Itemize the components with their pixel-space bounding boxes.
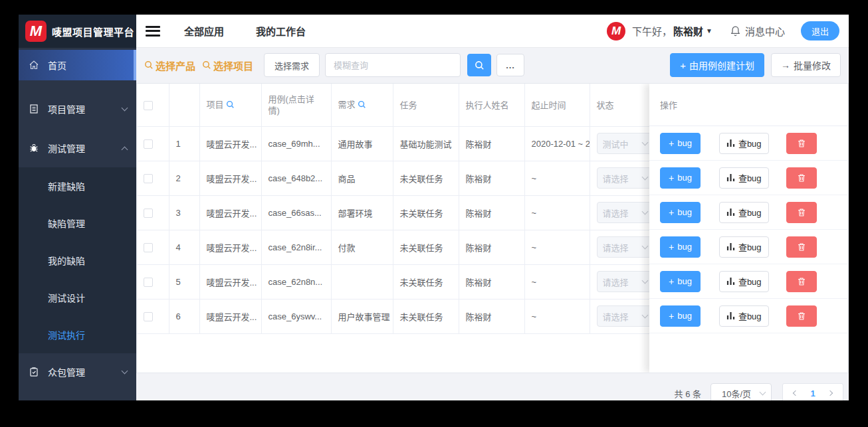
executor-cell: 陈裕财: [459, 264, 524, 299]
trash-icon: [797, 173, 806, 183]
delete-button[interactable]: [786, 305, 817, 327]
view-bug-button[interactable]: 查bug: [719, 133, 769, 154]
sidebar-item-clipped[interactable]: 效能统计: [19, 400, 136, 400]
chevron-down-icon: [122, 105, 128, 112]
requirement-cell: [331, 264, 393, 299]
user-avatar[interactable]: M: [607, 22, 625, 41]
user-menu-caret-icon[interactable]: ▼: [706, 27, 712, 35]
current-page[interactable]: 1: [804, 388, 821, 398]
case-cell[interactable]: case_648b2...: [261, 161, 331, 195]
pagination-bar: 共 6 条 10条/页 1: [136, 380, 849, 400]
status-select[interactable]: 测试中: [597, 133, 651, 154]
view-bug-button[interactable]: 查bug: [719, 236, 769, 258]
select-requirement-button[interactable]: 选择需求: [264, 53, 320, 77]
add-bug-button[interactable]: +bug: [660, 133, 701, 154]
status-select[interactable]: 请选择: [597, 271, 651, 292]
view-bug-button[interactable]: 查bug: [719, 271, 769, 292]
delete-button[interactable]: [786, 133, 817, 154]
create-plan-from-case-button[interactable]: + 由用例创建计划: [670, 53, 764, 77]
col-index: [169, 84, 199, 126]
sidebar-subitem-defect-mgmt[interactable]: 缺陷管理: [19, 205, 136, 242]
fuzzy-search-input[interactable]: [325, 53, 461, 77]
requirement-cell: 用户故事管理: [331, 299, 393, 333]
row-index: 3: [169, 195, 199, 230]
row-checkbox[interactable]: [144, 174, 153, 183]
chevron-down-icon: [760, 389, 766, 396]
row-checkbox[interactable]: [144, 139, 153, 149]
hamburger-menu-icon[interactable]: [146, 26, 160, 37]
row-index: 1: [169, 126, 199, 161]
case-cell[interactable]: case_66sas...: [261, 195, 331, 230]
case-cell[interactable]: case_62n8ir...: [261, 230, 331, 264]
row-checkbox[interactable]: [144, 209, 153, 218]
sidebar-item-home[interactable]: 首页: [19, 50, 136, 80]
add-bug-button[interactable]: +bug: [660, 236, 701, 258]
tab-my-workbench[interactable]: 我的工作台: [256, 24, 306, 38]
view-bug-button[interactable]: 查bug: [719, 305, 769, 327]
search-icon[interactable]: [226, 100, 235, 109]
test-plan-table: 项目 用例(点击详情) 需求 任务 执行人姓名 起止时间 状态: [136, 83, 849, 373]
plus-icon: +: [669, 276, 674, 287]
logo-bar: M 唛盟项目管理平台: [19, 15, 136, 48]
sidebar-item-crowd-mgmt[interactable]: 众包管理: [19, 353, 136, 390]
row-checkbox[interactable]: [144, 243, 153, 252]
case-cell[interactable]: case_69mh...: [261, 126, 331, 161]
view-bug-button[interactable]: 查bug: [719, 202, 769, 223]
search-button[interactable]: [467, 54, 491, 76]
select-product-link[interactable]: 选择产品: [144, 58, 195, 72]
row-checkbox[interactable]: [144, 278, 153, 287]
sidebar-item-project-mgmt[interactable]: 项目管理: [19, 89, 136, 129]
status-select[interactable]: 请选择: [597, 305, 651, 327]
search-icon: [202, 60, 211, 70]
case-cell[interactable]: case_62n8n...: [261, 264, 331, 299]
chevron-down-icon: [641, 209, 648, 215]
time-cell: ~: [524, 195, 590, 230]
task-cell: 未关联任务: [393, 161, 459, 195]
requirement-cell: 通用故事: [331, 126, 393, 161]
tab-all-apps[interactable]: 全部应用: [184, 24, 224, 38]
project-cell: 唛盟云开发...: [199, 230, 261, 264]
sidebar-subitem-test-design[interactable]: 测试设计: [19, 279, 136, 316]
row-actions: +bug 查bug: [649, 230, 848, 264]
more-filters-button[interactable]: ...: [496, 54, 524, 76]
message-center-link[interactable]: 消息中心: [745, 24, 785, 38]
view-bug-button[interactable]: 查bug: [719, 167, 769, 189]
executor-cell: 陈裕财: [459, 126, 524, 161]
sidebar-subitem-my-defects[interactable]: 我的缺陷: [19, 242, 136, 279]
bell-icon: [730, 25, 741, 37]
add-bug-button[interactable]: +bug: [660, 202, 701, 223]
trash-icon: [797, 139, 806, 148]
task-cell: 未关联任务: [393, 195, 459, 230]
row-checkbox[interactable]: [144, 312, 153, 321]
case-cell[interactable]: case_6yswv...: [261, 299, 331, 333]
status-select[interactable]: 请选择: [597, 167, 651, 189]
batch-edit-button[interactable]: → 批量修改: [771, 53, 841, 77]
select-project-link[interactable]: 选择项目: [202, 58, 253, 72]
add-bug-button[interactable]: +bug: [660, 167, 701, 189]
chevron-down-icon: [641, 243, 648, 250]
plus-icon: +: [669, 173, 674, 183]
arrow-right-icon: →: [781, 60, 790, 70]
delete-button[interactable]: [786, 167, 817, 189]
status-select[interactable]: 请选择: [597, 202, 651, 223]
prev-page-button[interactable]: [787, 384, 804, 400]
search-icon[interactable]: [358, 100, 366, 109]
sidebar-subitem-test-execution[interactable]: 测试执行: [19, 316, 136, 353]
project-cell: 唛盟云开发...: [199, 264, 261, 299]
add-bug-button[interactable]: +bug: [660, 305, 701, 327]
delete-button[interactable]: [786, 202, 817, 223]
bar-chart-icon: [726, 173, 735, 182]
col-case: 用例(点击详情): [261, 84, 331, 126]
sidebar-subitem-new-defect[interactable]: 新建缺陷: [19, 167, 136, 205]
status-select[interactable]: 请选择: [597, 236, 651, 258]
next-page-button[interactable]: [821, 384, 839, 400]
bar-chart-icon: [726, 242, 735, 251]
select-all-checkbox[interactable]: [144, 101, 153, 110]
logout-button[interactable]: 退出: [801, 21, 839, 41]
delete-button[interactable]: [786, 236, 817, 258]
sidebar-item-test-mgmt[interactable]: 测试管理: [19, 129, 136, 167]
row-index: 6: [169, 299, 199, 333]
delete-button[interactable]: [786, 271, 817, 292]
page-size-select[interactable]: 10条/页: [710, 383, 772, 400]
add-bug-button[interactable]: +bug: [660, 271, 701, 292]
